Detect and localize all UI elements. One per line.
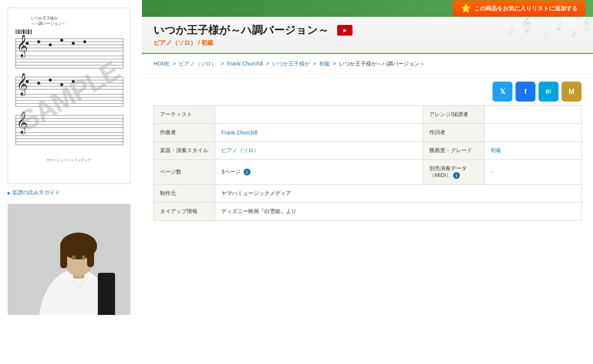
- main-content: ⭐ この商品をお気に入りリストに追加する ♪ 𝄞 ♫ ♩ ♪ 𝄞 いつか王子様が…: [142, 0, 593, 364]
- pages-info-icon[interactable]: i: [244, 169, 250, 175]
- value-artist: [215, 106, 423, 124]
- breadcrumb-piano[interactable]: ピアノ（ソロ）: [179, 61, 216, 67]
- twitter-share-button[interactable]: 𝕏: [493, 82, 512, 102]
- hatebu-icon: B!: [546, 89, 552, 95]
- guide-link[interactable]: 楽譜の読み方ガイド: [8, 189, 134, 196]
- sidebar: いつか王子様が ～ハ調バージョン～: [0, 0, 142, 364]
- facebook-share-button[interactable]: f: [516, 82, 535, 102]
- label-instrument: 楽器・演奏スタイル: [154, 142, 215, 160]
- star-icon: ⭐: [461, 3, 471, 13]
- value-composer[interactable]: Frank Churchill: [215, 124, 423, 142]
- table-row: タイアップ情報 ディズニー映画『白雪姫』より: [154, 203, 581, 221]
- score-sample-image[interactable]: いつか王子様が ～ハ調バージョン～: [8, 8, 130, 184]
- grade-link[interactable]: 初級: [491, 147, 501, 153]
- breadcrumb: HOME > ピアノ（ソロ） > Frank Churchill > いつか王子…: [142, 54, 593, 74]
- person-photo: [8, 204, 130, 315]
- composer-link[interactable]: Frank Churchill: [221, 130, 257, 136]
- breadcrumb-artist[interactable]: Frank Churchill: [227, 61, 263, 67]
- table-row: アーティスト アレンジ/採譜者: [154, 106, 581, 124]
- svg-point-73: [72, 255, 76, 260]
- value-lyricist: [484, 124, 581, 142]
- value-arranger: [484, 106, 581, 124]
- table-row: 楽器・演奏スタイル ピアノ（ソロ） 難易度・グレード 初級: [154, 142, 581, 160]
- video-icon-button[interactable]: ▶: [337, 25, 353, 36]
- info-table-wrapper: アーティスト アレンジ/採譜者 作曲者 Frank Churchill 作詞者: [142, 105, 593, 232]
- favorite-button[interactable]: ⭐ この商品をお気に入りリストに追加する: [453, 0, 585, 16]
- page-title: いつか王子様が～ハ調バージョン～: [153, 24, 329, 37]
- value-tieup: ディズニー映画『白雪姫』より: [215, 203, 581, 221]
- mastodon-share-button[interactable]: M: [562, 82, 581, 102]
- table-row: 作曲者 Frank Churchill 作詞者: [154, 124, 581, 142]
- label-grade: 難易度・グレード: [423, 142, 484, 160]
- instrument-link[interactable]: ピアノ（ソロ）: [221, 147, 259, 153]
- breadcrumb-level[interactable]: 初級: [319, 61, 330, 67]
- play-icon: ▶: [343, 28, 347, 33]
- label-composer: 作曲者: [154, 124, 215, 142]
- label-pages: ページ数: [154, 160, 215, 185]
- breadcrumb-current: いつか王子様が～ハ調バージョン～: [339, 61, 425, 67]
- hatebu-share-button[interactable]: B!: [539, 82, 558, 102]
- mastodon-icon: M: [569, 88, 575, 96]
- table-row: 制作元 ヤマハミュージックメディア: [154, 185, 581, 203]
- twitter-icon: 𝕏: [500, 87, 506, 96]
- subtitle-badge: ピアノ（ソロ） / 初級: [153, 39, 581, 47]
- title-section: ♪ 𝄞 ♫ ♩ ♪ 𝄞 いつか王子様が～ハ調バージョン～ ▶ ピアノ（ソロ） /…: [142, 17, 593, 54]
- top-banner: ⭐ この商品をお気に入りリストに追加する: [142, 0, 593, 17]
- svg-rect-71: [60, 245, 67, 268]
- breadcrumb-song[interactable]: いつか王子様が: [272, 61, 310, 67]
- label-publisher: 制作元: [154, 185, 215, 203]
- value-grade[interactable]: 初級: [484, 142, 581, 160]
- value-midi: -: [484, 160, 581, 185]
- label-lyricist: 作詞者: [423, 124, 484, 142]
- sample-watermark: SAMPLE: [8, 8, 130, 184]
- breadcrumb-home[interactable]: HOME: [153, 61, 170, 67]
- svg-point-74: [82, 255, 86, 260]
- value-instrument[interactable]: ピアノ（ソロ）: [215, 142, 423, 160]
- value-pages: 3ページ i: [215, 160, 423, 185]
- value-publisher: ヤマハミュージックメディア: [215, 185, 581, 203]
- info-table: アーティスト アレンジ/採譜者 作曲者 Frank Churchill 作詞者: [153, 105, 581, 221]
- social-bar: 𝕏 f B! M: [142, 74, 593, 105]
- facebook-icon: f: [524, 88, 527, 96]
- svg-text:𝄞: 𝄞: [582, 17, 590, 31]
- label-midi: 別売演奏データ（MIDI）i: [423, 160, 484, 185]
- svg-rect-72: [87, 248, 94, 267]
- label-artist: アーティスト: [154, 106, 215, 124]
- table-row: ページ数 3ページ i 別売演奏データ（MIDI）i -: [154, 160, 581, 185]
- midi-info-icon[interactable]: i: [453, 172, 460, 179]
- label-arranger: アレンジ/採譜者: [423, 106, 484, 124]
- svg-rect-67: [98, 273, 115, 315]
- label-tieup: タイアップ情報: [154, 203, 215, 221]
